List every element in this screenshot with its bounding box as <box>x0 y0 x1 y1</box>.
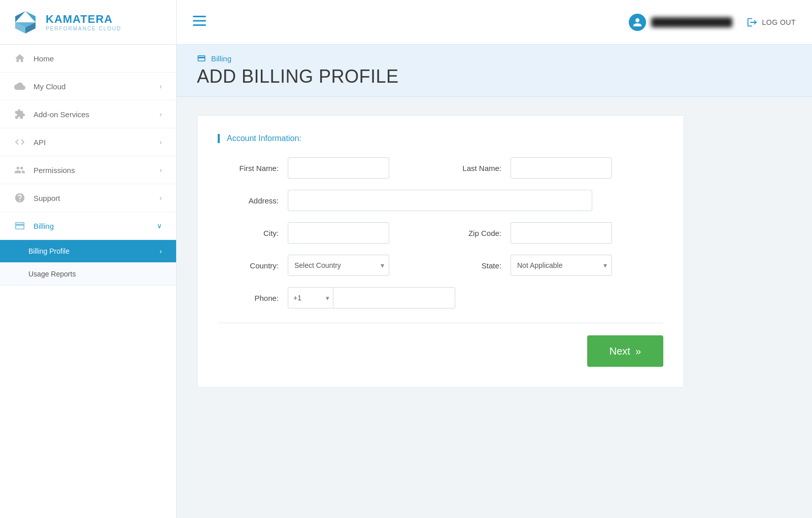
logout-label: LOG OUT <box>762 18 796 26</box>
people-icon <box>14 164 25 176</box>
sidebar-item-api[interactable]: API › <box>0 128 176 156</box>
menu-icon[interactable] <box>193 16 206 29</box>
address-label: Address: <box>218 196 279 205</box>
page-title: ADD BILLING PROFILE <box>197 66 792 87</box>
svg-rect-6 <box>193 20 206 21</box>
svg-rect-7 <box>193 24 206 26</box>
header-user: user@redacted.com <box>629 14 732 31</box>
form-card: Account Information: First Name: Last Na… <box>197 115 684 388</box>
support-arrow: › <box>159 194 162 202</box>
avatar <box>629 14 646 31</box>
state-label: State: <box>441 261 501 270</box>
sidebar-item-my-cloud[interactable]: My Cloud › <box>0 73 176 100</box>
city-zip-row: City: Zip Code: <box>218 222 663 244</box>
state-select-wrapper: Not Applicable Alabama California New Yo… <box>511 255 612 276</box>
city-input[interactable] <box>288 222 389 244</box>
sidebar-item-billing-profile[interactable]: Billing Profile › <box>0 240 176 263</box>
logo: KAMATERA PERFORMANCE CLOUD <box>0 0 176 45</box>
code-icon <box>14 136 25 148</box>
phone-number-input[interactable] <box>333 287 455 308</box>
main-area: user@redacted.com LOG OUT Billing ADD BI… <box>177 0 812 518</box>
phone-code-wrapper: +1 +44 +49 +33 +61 <box>288 287 333 308</box>
sidebar-label-home: Home <box>33 54 54 63</box>
permissions-arrow: › <box>159 166 162 174</box>
billing-icon <box>14 220 25 231</box>
country-select-wrapper: Select Country United States United King… <box>288 255 389 276</box>
first-name-label: First Name: <box>218 164 279 172</box>
usage-reports-label: Usage Reports <box>28 270 76 278</box>
city-label: City: <box>218 229 279 237</box>
svg-marker-1 <box>15 11 25 22</box>
address-input[interactable] <box>288 190 592 211</box>
phone-row: Phone: +1 +44 +49 +33 +61 <box>218 287 663 308</box>
phone-code-select[interactable]: +1 +44 +49 +33 +61 <box>288 287 333 308</box>
form-divider <box>218 323 663 323</box>
breadcrumb: Billing <box>197 54 792 63</box>
sidebar-item-home[interactable]: Home <box>0 45 176 73</box>
sidebar: KAMATERA PERFORMANCE CLOUD Home My Cloud… <box>0 0 177 518</box>
country-select[interactable]: Select Country United States United King… <box>288 255 389 276</box>
logout-icon <box>747 17 758 28</box>
billing-profile-label: Billing Profile <box>28 247 70 255</box>
phone-input-group: +1 +44 +49 +33 +61 <box>288 287 455 308</box>
sidebar-label-my-cloud: My Cloud <box>33 82 65 91</box>
brand-sub: PERFORMANCE CLOUD <box>46 26 122 31</box>
sidebar-label-support: Support <box>33 194 60 202</box>
page-header: Billing ADD BILLING PROFILE <box>177 45 812 97</box>
support-icon <box>14 192 25 203</box>
cloud-icon <box>14 81 25 92</box>
billing-arrow: ∨ <box>157 222 162 230</box>
phone-label: Phone: <box>218 294 279 302</box>
svg-marker-0 <box>25 11 36 22</box>
logout-button[interactable]: LOG OUT <box>747 17 796 28</box>
billing-breadcrumb-icon <box>197 54 206 63</box>
api-arrow: › <box>159 138 162 146</box>
sidebar-item-permissions[interactable]: Permissions › <box>0 156 176 184</box>
sidebar-item-usage-reports[interactable]: Usage Reports <box>0 263 176 286</box>
next-button-icon: » <box>635 346 641 357</box>
sidebar-label-permissions: Permissions <box>33 166 75 175</box>
logo-text: KAMATERA PERFORMANCE CLOUD <box>46 13 122 31</box>
home-icon <box>14 53 25 64</box>
brand-name: KAMATERA <box>46 13 122 26</box>
form-actions: Next » <box>218 335 663 367</box>
country-state-row: Country: Select Country United States Un… <box>218 255 663 276</box>
address-row: Address: <box>218 190 663 211</box>
sidebar-item-support[interactable]: Support › <box>0 184 176 212</box>
zip-input[interactable] <box>511 222 612 244</box>
country-label: Country: <box>218 261 279 270</box>
puzzle-icon <box>14 109 25 120</box>
next-button-label: Next <box>610 346 630 357</box>
sidebar-label-addon: Add-on Services <box>33 110 89 119</box>
breadcrumb-label: Billing <box>211 54 231 63</box>
sidebar-label-api: API <box>33 138 46 147</box>
header-right: user@redacted.com LOG OUT <box>629 14 796 31</box>
section-title: Account Information: <box>218 134 663 143</box>
header-username: user@redacted.com <box>651 17 732 27</box>
svg-rect-5 <box>193 16 206 17</box>
sidebar-item-addon-services[interactable]: Add-on Services › <box>0 100 176 128</box>
my-cloud-arrow: › <box>159 82 162 90</box>
sidebar-label-billing: Billing <box>33 222 54 230</box>
form-content: Account Information: First Name: Last Na… <box>177 97 812 406</box>
sidebar-nav: Home My Cloud › Add-on Services › API <box>0 45 176 518</box>
last-name-label: Last Name: <box>441 164 501 172</box>
state-select[interactable]: Not Applicable Alabama California New Yo… <box>511 255 612 276</box>
last-name-input[interactable] <box>511 157 612 179</box>
sidebar-item-billing[interactable]: Billing ∨ <box>0 212 176 240</box>
name-row: First Name: Last Name: <box>218 157 663 179</box>
billing-profile-arrow: › <box>159 247 162 255</box>
zip-label: Zip Code: <box>441 229 501 237</box>
addon-arrow: › <box>159 110 162 118</box>
first-name-input[interactable] <box>288 157 389 179</box>
top-header: user@redacted.com LOG OUT <box>177 0 812 45</box>
next-button[interactable]: Next » <box>587 335 663 367</box>
logo-icon <box>12 9 39 36</box>
